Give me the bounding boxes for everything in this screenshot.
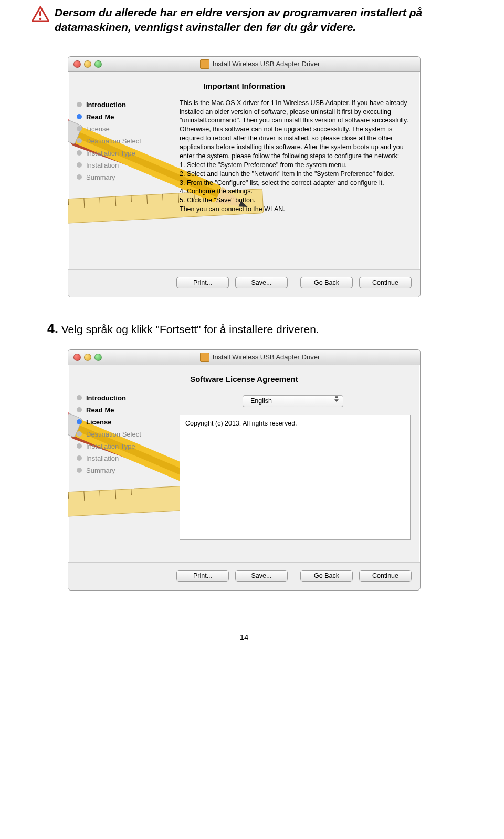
warning-text: Dersom du allerede har en eldre versjon … — [55, 5, 457, 35]
language-value: English — [250, 397, 272, 406]
titlebar: Install Wireless USB Adapter Driver — [68, 57, 420, 72]
step-label: Installation Type — [86, 149, 135, 157]
step-label: License — [86, 418, 111, 426]
readme-line: 3. From the "Configure" list, select the… — [180, 179, 417, 188]
alert-icon — [32, 6, 49, 22]
step-label: Summary — [86, 173, 116, 181]
step-bullet-icon — [77, 407, 82, 412]
go-back-button[interactable]: Go Back — [300, 570, 353, 582]
go-back-button[interactable]: Go Back — [300, 277, 353, 288]
svg-point-2 — [39, 18, 42, 20]
installer-window-readme: Install Wireless USB Adapter Driver Impo… — [68, 56, 421, 297]
svg-rect-1 — [39, 11, 41, 16]
readme-line: Then you can connect to the WLAN. — [180, 205, 417, 214]
step-summary: Summary — [77, 464, 176, 477]
step-bullet-icon — [77, 162, 82, 168]
window-title: Install Wireless USB Adapter Driver — [213, 353, 320, 361]
step-description: Velg språk og klikk "Fortsett" for å ins… — [58, 323, 319, 335]
installer-steps-sidebar: IntroductionRead MeLicenseDestination Se… — [68, 389, 176, 562]
step-introduction: Introduction — [77, 392, 176, 404]
step-label: Introduction — [86, 394, 126, 402]
step-read-me: Read Me — [77, 404, 176, 416]
step-4-text: 4. Velg språk og klikk "Fortsett" for å … — [47, 321, 457, 336]
readme-line: 1. Select the "System Preference" from t… — [180, 161, 417, 170]
step-summary: Summary — [77, 171, 176, 183]
step-bullet-icon — [77, 138, 82, 143]
section-heading: Software License Agreement — [68, 365, 420, 389]
step-installation-type: Installation Type — [77, 440, 176, 452]
titlebar: Install Wireless USB Adapter Driver — [68, 350, 420, 365]
readme-line: 2. Select and launch the "Network" item … — [180, 170, 417, 179]
package-icon — [200, 59, 209, 69]
step-bullet-icon — [77, 431, 82, 437]
footer-buttons: Print... Save... Go Back Continue — [68, 562, 420, 590]
step-read-me: Read Me — [77, 111, 176, 123]
step-destination-select: Destination Select — [77, 428, 176, 440]
step-bullet-icon — [77, 102, 82, 107]
section-heading: Important Information — [68, 72, 420, 96]
package-icon — [200, 353, 209, 362]
footer-buttons: Print... Save... Go Back Continue — [68, 269, 420, 297]
window-title: Install Wireless USB Adapter Driver — [213, 60, 320, 68]
step-installation: Installation — [77, 452, 176, 464]
step-label: Destination Select — [86, 137, 141, 145]
step-label: Installation — [86, 454, 119, 462]
step-number: 4. — [47, 321, 58, 336]
step-label: Installation — [86, 161, 119, 169]
license-text-box: Copyright (c) 2013. All rights reserved. — [180, 415, 411, 540]
step-label: Read Me — [86, 406, 114, 414]
step-license: License — [77, 123, 176, 135]
readme-line: 4. Configure the settings. — [180, 187, 417, 196]
step-bullet-icon — [77, 114, 82, 119]
save-button[interactable]: Save... — [235, 570, 288, 582]
step-license: License — [77, 416, 176, 428]
continue-button[interactable]: Continue — [359, 277, 412, 288]
readme-line: 5. Click the "Save" button. — [180, 196, 417, 205]
readme-line: This is the Mac OS X driver for 11n Wire… — [180, 99, 417, 161]
step-label: License — [86, 125, 110, 133]
page-number: 14 — [32, 633, 457, 641]
save-button[interactable]: Save... — [235, 277, 288, 288]
print-button[interactable]: Print... — [176, 570, 229, 582]
step-installation-type: Installation Type — [77, 147, 176, 159]
zoom-icon[interactable] — [94, 60, 102, 68]
step-bullet-icon — [77, 443, 82, 449]
minimize-icon[interactable] — [84, 354, 91, 361]
step-label: Summary — [86, 467, 116, 474]
readme-content: This is the Mac OS X driver for 11n Wire… — [176, 96, 420, 269]
step-bullet-icon — [77, 174, 82, 180]
step-installation: Installation — [77, 159, 176, 171]
step-label: Installation Type — [86, 442, 135, 450]
step-bullet-icon — [77, 419, 82, 424]
minimize-icon[interactable] — [84, 60, 91, 68]
step-bullet-icon — [77, 126, 82, 131]
step-destination-select: Destination Select — [77, 135, 176, 147]
close-icon[interactable] — [74, 60, 81, 68]
copyright-text: Copyright (c) 2013. All rights reserved. — [185, 420, 297, 427]
close-icon[interactable] — [74, 354, 81, 361]
zoom-icon[interactable] — [94, 354, 102, 361]
installer-window-license: Install Wireless USB Adapter Driver Soft… — [68, 349, 421, 591]
continue-button[interactable]: Continue — [359, 570, 412, 582]
step-label: Introduction — [86, 101, 126, 109]
installer-steps-sidebar: IntroductionRead MeLicenseDestination Se… — [68, 96, 176, 269]
print-button[interactable]: Print... — [176, 277, 229, 288]
step-bullet-icon — [77, 395, 82, 400]
step-label: Read Me — [86, 113, 114, 121]
step-introduction: Introduction — [77, 99, 176, 111]
step-bullet-icon — [77, 455, 82, 461]
warning-block: Dersom du allerede har en eldre versjon … — [32, 5, 457, 35]
language-select[interactable]: English — [243, 395, 343, 407]
step-bullet-icon — [77, 150, 82, 156]
step-label: Destination Select — [86, 430, 141, 438]
step-bullet-icon — [77, 468, 82, 473]
